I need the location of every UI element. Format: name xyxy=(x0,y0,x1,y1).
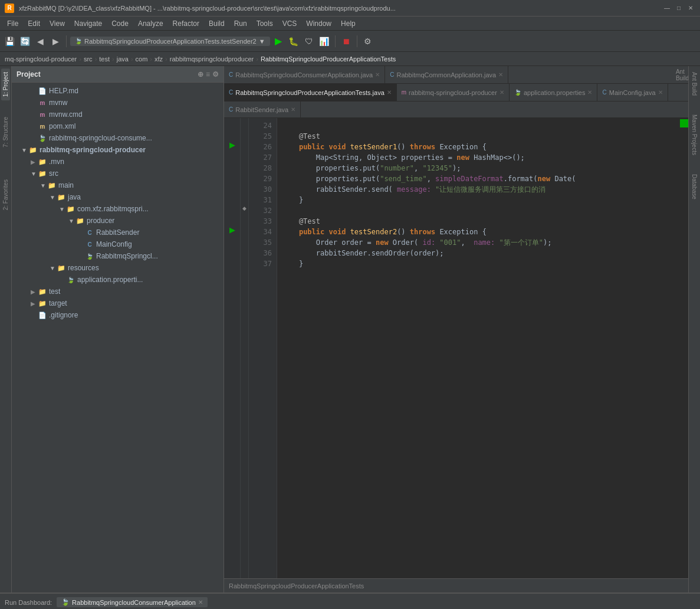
tree-item-producer-root[interactable]: ▼ 📁 rabbitmq-springcloud-producer xyxy=(12,144,224,156)
menu-help[interactable]: Help xyxy=(336,18,360,29)
tree-item-producer-dir[interactable]: ▼ 📁 producer xyxy=(12,215,224,227)
menu-navigate[interactable]: Navigate xyxy=(70,18,107,29)
tree-item-target[interactable]: ▶ 📁 target xyxy=(12,297,224,309)
breadcrumb-current[interactable]: RabbitmqSpringcloudProducerApplicationTe… xyxy=(261,55,396,63)
breadcrumb-item[interactable]: com xyxy=(136,55,148,63)
run-config-selector[interactable]: 🍃 RabbitmqSpringcloudProducerApplication… xyxy=(70,37,270,46)
toolbar-back[interactable]: ◀ xyxy=(33,34,47,48)
tree-item-resources[interactable]: ▼ 📁 resources xyxy=(12,262,224,274)
menu-view[interactable]: View xyxy=(45,18,70,29)
tree-item-mvn[interactable]: ▶ 📁 .mvn xyxy=(12,156,224,168)
main-layout: 1: Project 7: Structure 2: Favorites Pro… xyxy=(0,66,700,592)
code-editor: ▶ ▶ xyxy=(224,118,688,578)
tabs-row-3: C RabbitSender.java ✕ xyxy=(224,102,688,118)
tab-producer-tests[interactable]: C RabbitmqSpringcloudProducerApplication… xyxy=(224,84,397,101)
breadcrumb-item[interactable]: src xyxy=(84,55,93,63)
close-tab-rabbitsender[interactable]: ✕ xyxy=(291,106,295,113)
tree-item-rabbitmq-springcl[interactable]: 🍃 RabbitmqSpringcl... xyxy=(12,250,224,262)
menu-tools[interactable]: Tools xyxy=(252,18,278,29)
breadcrumb-item[interactable]: rabbitmqspringcloudproducer xyxy=(170,55,254,63)
run-button[interactable]: ▶ xyxy=(271,34,285,48)
debug-button[interactable]: 🐛 xyxy=(287,34,301,48)
tree-item-help[interactable]: 📄 HELP.md xyxy=(12,85,224,97)
tree-item-java[interactable]: ▼ 📁 java xyxy=(12,191,224,203)
close-tab-mainconfig[interactable]: ✕ xyxy=(658,89,663,96)
sidebar-tab-project[interactable]: 1: Project xyxy=(1,68,10,100)
code-line-24 xyxy=(282,120,675,131)
close-tab-tests[interactable]: ✕ xyxy=(387,89,392,96)
menu-vcs[interactable]: VCS xyxy=(278,18,302,29)
consumer-app-tab[interactable]: 🍃 RabbitmqSpringcloudConsumerApplication… xyxy=(57,597,208,607)
tab-rabbit-sender[interactable]: C RabbitSender.java ✕ xyxy=(224,102,301,117)
filter-icon[interactable]: ≡ xyxy=(206,70,210,78)
tab-consumer-app[interactable]: C RabbitmqSpringcloudConsumerApplication… xyxy=(224,66,385,83)
maven-panel-tab[interactable]: Maven Projects xyxy=(690,111,699,159)
close-tab-consumer[interactable]: ✕ xyxy=(375,71,380,78)
tree-item-mvnwcmd[interactable]: m mvnw.cmd xyxy=(12,109,224,120)
breadcrumb-item[interactable]: test xyxy=(99,55,110,63)
run-line-34[interactable]: ▶ xyxy=(224,224,240,235)
close-tab-props[interactable]: ✕ xyxy=(587,89,592,96)
code-line-30: rabbitSender.send( message: "让短信微服务调用第三方… xyxy=(282,184,675,195)
coverage-button[interactable]: 🛡 xyxy=(302,34,316,48)
tree-item-main[interactable]: ▼ 📁 main xyxy=(12,179,224,191)
close-button[interactable]: ✕ xyxy=(686,4,695,13)
breadcrumb-item[interactable]: java xyxy=(117,55,129,63)
settings-button[interactable]: ⚙ xyxy=(361,34,375,48)
tree-item-test[interactable]: ▶ 📁 test xyxy=(12,286,224,297)
menu-refactor[interactable]: Refactor xyxy=(168,18,204,29)
dropdown-icon: ▼ xyxy=(259,38,265,45)
tree-item-mvnw[interactable]: m mvnw xyxy=(12,97,224,109)
code-line-26: public void testSender1() throws Excepti… xyxy=(282,142,675,152)
tree-item-app-props[interactable]: 🍃 application.properti... xyxy=(12,274,224,286)
close-tab-module[interactable]: ✕ xyxy=(499,89,504,96)
menu-file[interactable]: File xyxy=(2,18,23,29)
project-tree: 📄 HELP.md m mvnw m mvnw.cmd m pom.xml xyxy=(12,83,224,592)
breadcrumb-item[interactable]: xfz xyxy=(155,55,163,63)
toolbar-sync[interactable]: 🔄 xyxy=(18,34,32,48)
settings-icon[interactable]: ⚙ xyxy=(212,70,219,78)
ant-build-tab[interactable]: AntBuild xyxy=(676,66,688,83)
editor-area: C RabbitmqSpringcloudConsumerApplication… xyxy=(224,66,688,592)
menu-run[interactable]: Run xyxy=(229,18,252,29)
breadcrumb-item[interactable]: mq-springcloud-producer xyxy=(5,55,77,63)
sidebar-tab-structure[interactable]: 7: Structure xyxy=(1,113,10,151)
tab-main-config[interactable]: C MainConfig.java ✕ xyxy=(597,84,668,101)
tree-item-gitignore[interactable]: 📄 .gitignore xyxy=(12,309,224,321)
tab-app-props[interactable]: 🍃 application.properties ✕ xyxy=(510,84,598,101)
title-bar: R xfzRabbitMQ [D:\y2\IDEA_class\xfzRabbi… xyxy=(0,0,700,17)
run-gutter: ▶ ▶ xyxy=(224,118,241,578)
close-run-tab[interactable]: ✕ xyxy=(198,599,203,605)
tree-item-main-config[interactable]: C MainConfig xyxy=(12,238,224,250)
toolbar-forward[interactable]: ▶ xyxy=(48,34,63,48)
tree-item-consumer-root[interactable]: 🍃 rabbitmq-springcloud-consume... xyxy=(12,132,224,144)
menu-edit[interactable]: Edit xyxy=(23,18,45,29)
tree-item-rabbit-sender[interactable]: C RabbitSender xyxy=(12,227,224,238)
minimize-button[interactable]: — xyxy=(662,4,672,13)
tree-item-pom[interactable]: m pom.xml xyxy=(12,120,224,132)
close-tab-common[interactable]: ✕ xyxy=(498,71,503,78)
tab-common-app[interactable]: C RabbitmqCommonApplication.java ✕ xyxy=(385,66,508,83)
sync-icon[interactable]: ⊕ xyxy=(198,70,203,78)
run-dashboard-label: Run Dashboard: xyxy=(5,599,52,606)
menu-analyze[interactable]: Analyze xyxy=(133,18,168,29)
code-content[interactable]: @Test public void testSender1() throws E… xyxy=(277,118,680,578)
toolbar-save[interactable]: 💾 xyxy=(2,34,17,48)
menu-build[interactable]: Build xyxy=(204,18,229,29)
bottom-header: Run Dashboard: 🍃 RabbitmqSpringcloudCons… xyxy=(0,594,700,609)
tab-module[interactable]: m rabbitmq-springcloud-producer ✕ xyxy=(397,84,510,101)
code-line-27: Map<String, Object> properties = new Has… xyxy=(282,152,675,163)
run-line-26[interactable]: ▶ xyxy=(224,139,240,150)
sidebar-tab-favorites[interactable]: 2: Favorites xyxy=(1,176,10,214)
title-text: xfzRabbitMQ [D:\y2\IDEA_class\xfzRabbitM… xyxy=(19,5,662,12)
stop-button[interactable]: ⏹ xyxy=(339,34,353,48)
menu-code[interactable]: Code xyxy=(107,18,133,29)
line-numbers: 24 25 26 27 28 29 30 31 32 33 34 35 36 3… xyxy=(249,118,277,578)
database-panel-tab[interactable]: Database xyxy=(690,171,699,203)
menu-window[interactable]: Window xyxy=(301,18,336,29)
ant-build-panel-tab[interactable]: Ant Build xyxy=(690,68,699,99)
maximize-button[interactable]: □ xyxy=(674,4,683,13)
tree-item-src[interactable]: ▼ 📁 src xyxy=(12,168,224,179)
tree-item-com-xfz[interactable]: ▼ 📁 com.xfz.rabbitmqspri... xyxy=(12,203,224,215)
profile-button[interactable]: 📊 xyxy=(317,34,331,48)
